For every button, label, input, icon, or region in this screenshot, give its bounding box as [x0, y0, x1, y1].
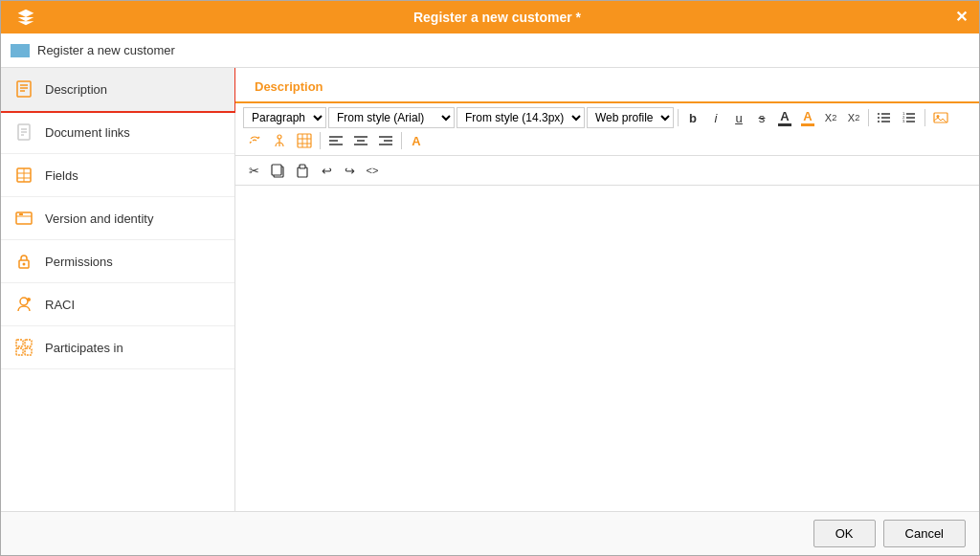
ok-button[interactable]: OK [813, 520, 876, 547]
toolbar-sep-3 [924, 109, 925, 126]
fields-icon [12, 164, 35, 187]
svg-rect-39 [298, 134, 311, 147]
insert-table-button[interactable] [293, 130, 316, 151]
text-effects-button[interactable]: A [406, 130, 427, 151]
svg-rect-19 [16, 340, 23, 346]
version-identity-icon [12, 207, 35, 230]
svg-rect-20 [25, 340, 32, 346]
breadcrumb-icon [11, 44, 30, 57]
insert-image-button[interactable] [929, 107, 952, 128]
superscript-button[interactable]: X2 [843, 107, 864, 128]
sidebar-item-fields[interactable]: Fields [1, 154, 234, 197]
svg-rect-54 [272, 165, 281, 175]
sidebar-item-document-links[interactable]: Document links [1, 111, 234, 154]
sidebar: Description Document links [1, 68, 235, 511]
dialog-header-icon [12, 4, 39, 31]
sidebar-item-participates-in-label: Participates in [45, 341, 123, 355]
svg-rect-56 [300, 165, 305, 168]
tab-bar: Description [235, 68, 979, 103]
editor-area[interactable] [235, 186, 979, 511]
svg-rect-12 [16, 212, 32, 224]
svg-point-17 [20, 298, 28, 305]
raci-icon [12, 293, 35, 316]
svg-rect-0 [17, 81, 31, 97]
svg-rect-22 [25, 348, 32, 355]
profile-select[interactable]: Web profile Print profile [587, 107, 674, 128]
font-color-button[interactable]: A [774, 107, 795, 128]
source-button[interactable]: <> [362, 160, 383, 181]
dialog-title: Register a new customer * [39, 10, 955, 25]
sidebar-item-permissions[interactable]: Permissions [1, 240, 234, 283]
participates-in-icon [12, 336, 35, 359]
svg-point-27 [878, 117, 880, 119]
paragraph-select[interactable]: Paragraph Heading 1 Heading 2 Heading 3 [243, 107, 326, 128]
copy-button[interactable] [266, 160, 289, 181]
highlight-color-button[interactable]: A [797, 107, 818, 128]
svg-point-28 [878, 121, 880, 122]
svg-point-26 [878, 113, 880, 115]
sidebar-item-description-label: Description [45, 82, 107, 97]
font-select[interactable]: From style (Arial) Arial Times New Roman… [328, 107, 455, 128]
svg-point-37 [278, 135, 281, 139]
bold-button[interactable]: b [682, 107, 703, 128]
toolbar-sep-5 [401, 132, 402, 149]
undo-button[interactable]: ↩ [316, 160, 337, 181]
underline-button[interactable]: u [728, 107, 749, 128]
sidebar-item-raci-label: RACI [45, 298, 75, 312]
breadcrumb-bar: Register a new customer [1, 33, 979, 68]
svg-rect-14 [19, 213, 23, 215]
sidebar-item-version-identity-label: Version and identity [45, 211, 153, 226]
redo-button[interactable]: ↪ [339, 160, 360, 181]
subscript-button[interactable]: X2 [820, 107, 841, 128]
document-links-icon [12, 121, 35, 144]
toolbar-sep-1 [678, 109, 679, 126]
italic-button[interactable]: i [705, 107, 726, 128]
align-right-button[interactable] [374, 130, 397, 151]
cube-icon [16, 8, 35, 27]
close-button[interactable]: ✕ [955, 10, 968, 25]
tab-description[interactable]: Description [235, 72, 343, 103]
sidebar-item-participates-in[interactable]: Participates in [1, 326, 234, 369]
sidebar-item-document-links-label: Document links [45, 125, 130, 140]
breadcrumb-text: Register a new customer [37, 43, 175, 57]
svg-rect-21 [16, 348, 23, 355]
cut-button[interactable]: ✂ [243, 160, 264, 181]
toolbar-row1: Paragraph Heading 1 Heading 2 Heading 3 … [235, 103, 979, 156]
svg-text:3.: 3. [902, 119, 905, 123]
size-select[interactable]: From style (14.3px) 10px 12px 14px 16px [457, 107, 585, 128]
sidebar-item-version-and-identity[interactable]: Version and identity [1, 197, 234, 240]
sidebar-item-permissions-label: Permissions [45, 255, 113, 269]
insert-anchor-button[interactable] [268, 130, 291, 151]
svg-point-18 [27, 298, 31, 301]
strikethrough-button[interactable]: s [751, 107, 772, 128]
toolbar-row2: ✂ ↩ ↪ <> [235, 156, 979, 186]
unordered-list-button[interactable] [873, 107, 896, 128]
sidebar-item-fields-label: Fields [45, 168, 78, 183]
dialog-body: Description Document links [1, 68, 979, 511]
permissions-icon [12, 250, 35, 273]
insert-link-button[interactable] [243, 130, 266, 151]
toolbar-sep-2 [868, 109, 869, 126]
main-content: Description Paragraph Heading 1 Heading … [235, 68, 979, 511]
cancel-button[interactable]: Cancel [883, 520, 966, 547]
sidebar-item-description[interactable]: Description [1, 68, 234, 111]
description-icon [12, 78, 35, 100]
align-left-button[interactable] [324, 130, 347, 151]
align-center-button[interactable] [349, 130, 372, 151]
sidebar-item-raci[interactable]: RACI [1, 283, 234, 326]
dialog: Register a new customer * ✕ Register a n… [0, 0, 980, 556]
svg-point-16 [23, 263, 26, 266]
paste-button[interactable] [291, 160, 314, 181]
dialog-header: Register a new customer * ✕ [1, 1, 979, 33]
toolbar-sep-4 [320, 132, 321, 149]
ordered-list-button[interactable]: 1.2.3. [898, 107, 921, 128]
dialog-footer: OK Cancel [1, 511, 979, 555]
